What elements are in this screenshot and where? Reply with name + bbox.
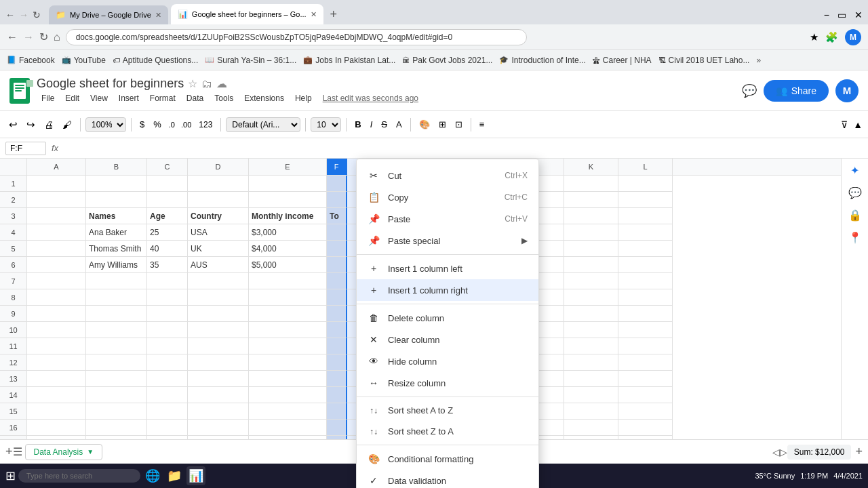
bookmarks-overflow[interactable]: »	[756, 56, 761, 65]
ctx-resize-col[interactable]: ↔ Resize column	[357, 372, 538, 394]
grid-cell[interactable]	[327, 403, 347, 420]
grid-cell[interactable]	[86, 354, 147, 371]
grid-cell[interactable]	[147, 354, 188, 371]
undo-button[interactable]: ↩	[5, 116, 21, 134]
bookmark-civil[interactable]: 🏗Civil 2018 UET Laho...	[658, 56, 750, 65]
merge-button[interactable]: ⊡	[452, 117, 466, 132]
ctx-sort-za[interactable]: ↑↓ Sort sheet Z to A	[357, 421, 538, 442]
bookmark-surah[interactable]: 📖Surah Ya-Sin – 36:1...	[205, 56, 296, 65]
paint-format-button[interactable]: 🖌	[59, 117, 75, 133]
grid-cell[interactable]: USA	[188, 224, 249, 241]
grid-cell[interactable]	[188, 338, 249, 354]
grid-cell[interactable]	[564, 273, 618, 289]
ctx-delete-col[interactable]: 🗑 Delete column	[357, 307, 538, 329]
grid-cell[interactable]	[564, 420, 618, 436]
grid-cell[interactable]	[188, 387, 249, 403]
grid-cell[interactable]: Ana Baker	[86, 224, 147, 241]
grid-cell[interactable]	[86, 403, 147, 420]
sheet-dropdown-icon[interactable]: ▼	[87, 448, 94, 455]
grid-cell[interactable]	[188, 273, 249, 289]
decimal-decrease-button[interactable]: .0	[167, 118, 177, 131]
grid-cell[interactable]	[249, 192, 327, 208]
grid-cell[interactable]: $4,000	[249, 241, 327, 257]
borders-button[interactable]: ⊞	[435, 117, 450, 132]
tab-active[interactable]: 📊 Google sheet for beginners – Go... ✕	[171, 4, 323, 24]
grid-cell[interactable]: Amy Williams	[86, 257, 147, 273]
grid-cell[interactable]: UK	[188, 241, 249, 257]
number-format-button[interactable]: 123	[195, 117, 216, 132]
align-left-button[interactable]: ≡	[476, 117, 488, 132]
scroll-left-button[interactable]: ◁	[772, 447, 780, 458]
grid-cell[interactable]	[564, 289, 618, 306]
grid-cell[interactable]	[86, 371, 147, 387]
grid-cell[interactable]	[86, 176, 147, 192]
grid-cell[interactable]	[27, 354, 86, 371]
grid-cell[interactable]	[618, 257, 673, 273]
ctx-sort-az[interactable]: ↑↓ Sort sheet A to Z	[357, 400, 538, 421]
back-nav-button[interactable]: ←	[7, 31, 18, 43]
grid-cell[interactable]	[327, 420, 347, 436]
taskbar-chrome-icon[interactable]: 🌐	[143, 466, 162, 485]
ctx-paste-special[interactable]: 📌 Paste special ▶	[357, 230, 538, 251]
grid-cell[interactable]: 35	[147, 257, 188, 273]
text-color-button[interactable]: A	[393, 117, 406, 132]
address-input[interactable]	[66, 29, 527, 45]
grid-cell[interactable]	[327, 387, 347, 403]
grid-cell[interactable]	[618, 420, 673, 436]
grid-cell[interactable]	[327, 306, 347, 322]
grid-cell[interactable]	[327, 241, 347, 257]
grid-cell[interactable]	[249, 322, 327, 338]
forward-button[interactable]: →	[19, 9, 28, 20]
grid-cell[interactable]	[27, 176, 86, 192]
menu-tools[interactable]: Tools	[210, 92, 238, 104]
grid-cell[interactable]	[147, 273, 188, 289]
grid-cell[interactable]	[618, 176, 673, 192]
grid-cell[interactable]	[249, 306, 327, 322]
tab-inactive[interactable]: 📁 My Drive – Google Drive ✕	[49, 5, 168, 24]
col-header-k[interactable]: K	[564, 159, 618, 175]
grid-cell[interactable]: Age	[147, 208, 188, 224]
grid-cell[interactable]	[249, 387, 327, 403]
grid-cell[interactable]	[564, 192, 618, 208]
grid-cell[interactable]	[564, 354, 618, 371]
grid-cell[interactable]: AUS	[188, 257, 249, 273]
grid-cell[interactable]	[147, 371, 188, 387]
grid-cell[interactable]	[27, 322, 86, 338]
grid-cell[interactable]	[564, 338, 618, 354]
grid-cell[interactable]	[147, 387, 188, 403]
taskbar-search[interactable]	[18, 469, 140, 483]
percent-button[interactable]: %	[150, 117, 165, 132]
grid-cell[interactable]	[249, 289, 327, 306]
grid-cell[interactable]	[249, 371, 327, 387]
new-tab-button[interactable]: +	[326, 7, 342, 22]
grid-cell[interactable]	[618, 403, 673, 420]
grid-cell[interactable]	[618, 322, 673, 338]
grid-cell[interactable]	[564, 306, 618, 322]
grid-cell[interactable]	[564, 241, 618, 257]
grid-cell[interactable]	[27, 224, 86, 241]
grid-cell[interactable]	[618, 387, 673, 403]
grid-cell[interactable]	[188, 371, 249, 387]
grid-cell[interactable]	[188, 403, 249, 420]
grid-cell[interactable]	[618, 241, 673, 257]
grid-cell[interactable]	[327, 257, 347, 273]
grid-cell[interactable]	[618, 224, 673, 241]
strikethrough-button[interactable]: S	[378, 117, 391, 132]
grid-cell[interactable]	[249, 273, 327, 289]
bookmark-jobs[interactable]: 💼Jobs In Pakistan Lat...	[303, 56, 395, 65]
menu-help[interactable]: Help	[290, 92, 317, 104]
taskbar-explorer-icon[interactable]: 📁	[165, 466, 184, 485]
profile-icon[interactable]: M	[845, 29, 861, 45]
grid-cell[interactable]	[27, 387, 86, 403]
minimize-button[interactable]: −	[824, 9, 829, 20]
grid-cell[interactable]	[86, 322, 147, 338]
grid-cell[interactable]	[147, 192, 188, 208]
grid-cell[interactable]: Thomas Smith	[86, 241, 147, 257]
grid-cell[interactable]	[86, 387, 147, 403]
grid-cell[interactable]	[249, 338, 327, 354]
grid-cell[interactable]	[147, 403, 188, 420]
grid-cell[interactable]	[27, 257, 86, 273]
ctx-cut[interactable]: ✂ Cut Ctrl+X	[357, 165, 538, 186]
ctx-hide-col[interactable]: 👁 Hide column	[357, 350, 538, 372]
sidebar-lock-icon[interactable]: 🔒	[848, 209, 862, 222]
